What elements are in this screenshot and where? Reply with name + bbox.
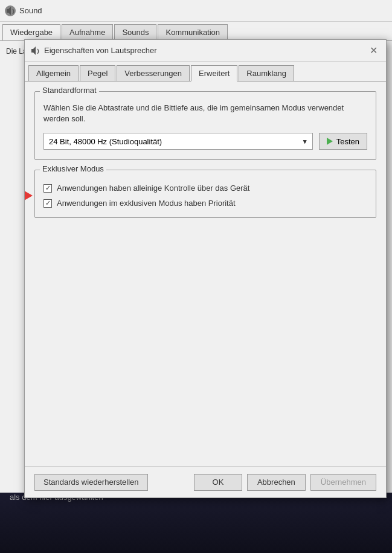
dialog-tabs: Allgemein Pegel Verbesserungen Erweitert… bbox=[25, 62, 386, 82]
exclusive-control-label: Anwendungen haben alleinige Kontrolle üb… bbox=[57, 184, 249, 193]
tab-sounds[interactable]: Sounds bbox=[114, 24, 156, 40]
sound-tabs: Wiedergabe Aufnahme Sounds Kommunikation bbox=[0, 22, 392, 41]
arrow-head bbox=[25, 191, 33, 200]
format-select[interactable]: 24 Bit, 48000 Hz (Studioqualität) bbox=[43, 133, 313, 150]
apply-button[interactable]: Übernehmen bbox=[310, 474, 376, 491]
dialog-titlebar-left: Eigenschaften von Lautsprecher bbox=[30, 45, 156, 56]
dialog-footer: Standards wiederherstellen OK Abbrechen … bbox=[25, 466, 386, 497]
checkbox-row-1: Anwendungen haben alleinige Kontrolle üb… bbox=[43, 184, 367, 193]
red-arrow bbox=[25, 191, 33, 200]
sound-app-icon bbox=[5, 5, 16, 16]
standard-format-description: Wählen Sie die Abtastrate und die Bittie… bbox=[43, 103, 367, 124]
exclusive-control-checkbox[interactable] bbox=[43, 184, 52, 193]
tab-aufnahme[interactable]: Aufnahme bbox=[62, 24, 113, 40]
dialog-close-button[interactable]: ✕ bbox=[365, 43, 381, 59]
tab-pegel[interactable]: Pegel bbox=[80, 65, 115, 81]
tab-kommunikation[interactable]: Kommunikation bbox=[158, 24, 228, 40]
sound-titlebar: Sound bbox=[0, 0, 392, 22]
test-button[interactable]: Testen bbox=[319, 133, 367, 150]
format-row: 24 Bit, 48000 Hz (Studioqualität) ▼ Test… bbox=[43, 133, 367, 150]
dark-overlay: als dem hier ausgewählten bbox=[0, 493, 392, 553]
exclusive-priority-checkbox[interactable] bbox=[43, 199, 52, 208]
cancel-button[interactable]: Abbrechen bbox=[247, 474, 306, 491]
standard-format-label: Standardformat bbox=[40, 86, 99, 95]
dialog-titlebar: Eigenschaften von Lautsprecher ✕ bbox=[25, 40, 386, 62]
test-button-label: Testen bbox=[336, 137, 359, 146]
tab-erweitert[interactable]: Erweitert bbox=[191, 65, 237, 82]
tab-allgemein[interactable]: Allgemein bbox=[28, 65, 79, 81]
play-icon bbox=[327, 138, 333, 145]
format-select-wrapper[interactable]: 24 Bit, 48000 Hz (Studioqualität) ▼ bbox=[43, 133, 313, 150]
dialog-body: Standardformat Wählen Sie die Abtastrate… bbox=[25, 82, 386, 457]
exclusive-priority-label: Anwendungen im exklusiven Modus haben Pr… bbox=[57, 199, 236, 208]
ok-button[interactable]: OK bbox=[194, 474, 242, 491]
properties-dialog: Eigenschaften von Lautsprecher ✕ Allgeme… bbox=[24, 39, 387, 498]
standards-restore-button[interactable]: Standards wiederherstellen bbox=[34, 474, 148, 491]
footer-right: OK Abbrechen Übernehmen bbox=[194, 474, 376, 491]
dialog-title: Eigenschaften von Lautsprecher bbox=[44, 46, 156, 55]
tab-raumklang[interactable]: Raumklang bbox=[239, 65, 294, 81]
checkbox-row-2: Anwendungen im exklusiven Modus haben Pr… bbox=[43, 199, 367, 208]
standard-format-section: Standardformat Wählen Sie die Abtastrate… bbox=[34, 91, 376, 160]
footer-left: Standards wiederherstellen bbox=[34, 474, 148, 491]
exclusive-mode-label: Exklusiver Modus bbox=[40, 164, 106, 173]
tab-verbesserungen[interactable]: Verbesserungen bbox=[117, 65, 190, 81]
sound-title: Sound bbox=[19, 6, 42, 15]
tab-wiedergabe[interactable]: Wiedergabe bbox=[2, 24, 60, 40]
dialog-icon bbox=[30, 45, 40, 56]
exclusive-mode-section: Exklusiver Modus Anwendungen haben allei… bbox=[34, 170, 376, 218]
